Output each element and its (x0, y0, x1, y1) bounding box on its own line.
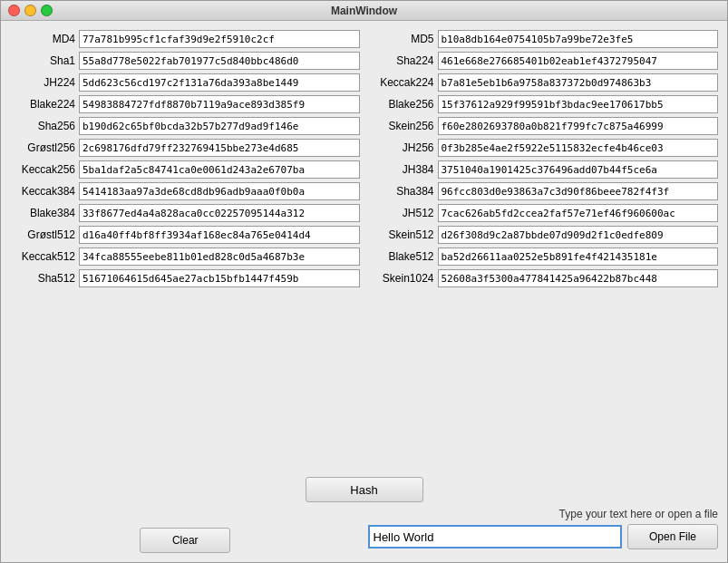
hash-row: Blake224 (10, 95, 360, 113)
hash-row: Sha384 (369, 182, 719, 200)
hash-row: Skein512 (369, 226, 719, 244)
left-hash-sha512[interactable] (79, 269, 360, 287)
left-hash-keccak384[interactable] (79, 182, 360, 200)
right-label-jh384: JH384 (369, 163, 434, 176)
hash-row: MD5 (369, 30, 719, 48)
right-hash-md5[interactable] (438, 30, 719, 48)
left-hash-keccak512[interactable] (79, 248, 360, 266)
left-hash-sha256[interactable] (79, 117, 360, 135)
clear-button[interactable]: Clear (140, 528, 230, 553)
right-label-blake256: Blake256 (369, 98, 434, 111)
input-label: Type your text here or open a file (559, 508, 718, 520)
right-hash-blake512[interactable] (438, 248, 719, 266)
hash-row: Sha1 (10, 52, 360, 70)
right-hash-jh384[interactable] (438, 160, 719, 179)
left-label-grøstl512: Grøstl512 (10, 228, 75, 241)
right-label-skein1024: Skein1024 (369, 272, 434, 285)
left-label-keccak384: Keccak384 (10, 185, 75, 198)
right-hash-jh512[interactable] (438, 204, 719, 222)
right-hash-jh256[interactable] (438, 139, 719, 157)
right-hash-keccak224[interactable] (438, 73, 719, 92)
left-label-sha512: Sha512 (10, 272, 75, 285)
right-hash-blake256[interactable] (438, 95, 719, 113)
hash-row: Keccak256 (10, 160, 360, 179)
hash-row: Sha224 (369, 52, 719, 70)
left-label-sha256: Sha256 (10, 120, 75, 132)
left-hash-keccak256[interactable] (79, 160, 360, 179)
minimize-button[interactable] (24, 5, 36, 16)
right-label-blake512: Blake512 (369, 250, 434, 263)
hash-row: Keccak512 (10, 248, 360, 266)
right-label-sha224: Sha224 (369, 54, 434, 67)
window-title: MainWindow (331, 5, 397, 17)
hash-row: Grøstl512 (10, 226, 360, 244)
right-label-jh256: JH256 (369, 141, 434, 154)
right-label-sha384: Sha384 (369, 185, 434, 198)
hash-row: Sha512 (10, 269, 360, 287)
hash-row: JH384 (369, 160, 719, 179)
left-hash-md4[interactable] (79, 30, 360, 48)
left-label-jh224: JH224 (10, 76, 75, 89)
right-hash-sha384[interactable] (438, 182, 719, 200)
left-column: MD4Sha1JH224Blake224Sha256Grøstl256Kecca… (10, 30, 360, 462)
right-label-keccak224: Keccak224 (369, 76, 434, 89)
hash-content: MD4Sha1JH224Blake224Sha256Grøstl256Kecca… (1, 21, 727, 471)
left-label-sha1: Sha1 (10, 54, 75, 67)
hash-row: Blake384 (10, 204, 360, 222)
left-hash-blake384[interactable] (79, 204, 360, 222)
open-file-button[interactable]: Open File (627, 524, 718, 549)
hash-row: Grøstl256 (10, 139, 360, 157)
hash-row: Blake256 (369, 95, 719, 113)
hash-button[interactable]: Hash (306, 477, 423, 502)
left-hash-sha1[interactable] (79, 52, 360, 70)
hash-row: MD4 (10, 30, 360, 48)
left-hash-blake224[interactable] (79, 95, 360, 113)
title-bar: MainWindow (1, 1, 727, 21)
text-input[interactable] (368, 525, 623, 548)
left-hash-jh224[interactable] (79, 73, 360, 92)
hash-row: Keccak384 (10, 182, 360, 200)
hash-row: Sha256 (10, 117, 360, 135)
hash-row: Skein1024 (369, 269, 719, 287)
left-hash-grøstl512[interactable] (79, 226, 360, 244)
left-label-keccak256: Keccak256 (10, 163, 75, 176)
hash-row: Skein256 (369, 117, 719, 135)
right-label-jh512: JH512 (369, 207, 434, 219)
hash-row: JH224 (10, 73, 360, 92)
left-label-blake224: Blake224 (10, 98, 75, 111)
left-label-grøstl256: Grøstl256 (10, 141, 75, 154)
right-column: MD5Sha224Keccak224Blake256Skein256JH256J… (369, 30, 719, 462)
left-label-md4: MD4 (10, 33, 75, 45)
main-window: MainWindow MD4Sha1JH224Blake224Sha256Grø… (0, 0, 728, 563)
hash-row: Blake512 (369, 248, 719, 266)
left-label-blake384: Blake384 (10, 207, 75, 219)
hash-button-row: Hash (10, 477, 718, 502)
right-hash-sha224[interactable] (438, 52, 719, 70)
right-hash-skein1024[interactable] (438, 269, 719, 287)
right-hash-skein256[interactable] (438, 117, 719, 135)
right-hash-skein512[interactable] (438, 226, 719, 244)
maximize-button[interactable] (41, 5, 53, 16)
title-bar-buttons (8, 5, 53, 16)
bottom-section: Hash Clear Type your text here or open a… (1, 471, 727, 562)
left-hash-grøstl256[interactable] (79, 139, 360, 157)
left-label-keccak512: Keccak512 (10, 250, 75, 263)
right-label-md5: MD5 (369, 33, 434, 45)
right-label-skein256: Skein256 (369, 120, 434, 132)
close-button[interactable] (8, 5, 20, 16)
hash-row: Keccak224 (369, 73, 719, 92)
hash-row: JH256 (369, 139, 719, 157)
hash-row: JH512 (369, 204, 719, 222)
right-label-skein512: Skein512 (369, 228, 434, 241)
